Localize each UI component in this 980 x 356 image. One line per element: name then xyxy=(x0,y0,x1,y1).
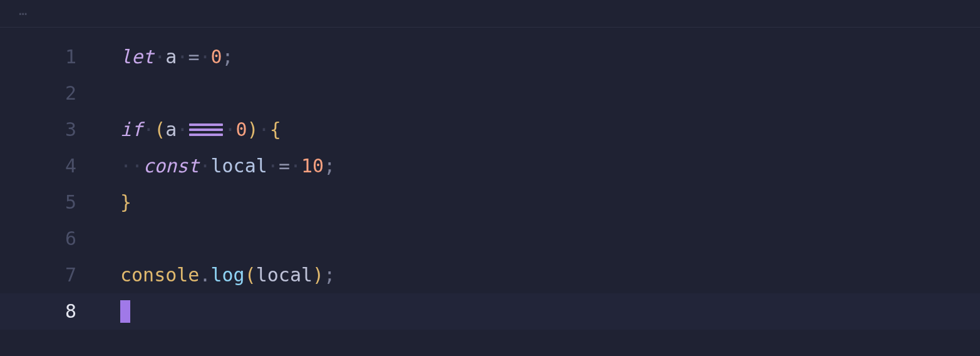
line-number: 7 xyxy=(0,266,94,285)
line-number: 1 xyxy=(0,48,94,66)
whitespace-dot: · xyxy=(224,120,235,139)
code-content[interactable] xyxy=(94,221,980,257)
line-number: 6 xyxy=(0,229,94,248)
object-console: console xyxy=(120,266,199,285)
whitespace-dot: · xyxy=(143,120,154,139)
whitespace-dot: · xyxy=(177,48,188,66)
code-content[interactable]: ··const·local·=·10; xyxy=(94,148,980,184)
code-line[interactable]: 1 let·a·=·0; xyxy=(0,39,980,75)
identifier: a xyxy=(165,120,177,139)
line-number: 4 xyxy=(0,157,94,175)
identifier: a xyxy=(165,48,177,66)
whitespace-dot: · xyxy=(290,157,301,175)
paren-open: ( xyxy=(245,266,256,285)
line-number: 3 xyxy=(0,120,94,139)
paren-close: ) xyxy=(312,266,324,285)
code-line[interactable]: 5 } xyxy=(0,184,980,221)
code-content[interactable]: console.log(local); xyxy=(94,257,980,293)
code-line[interactable]: 6 xyxy=(0,221,980,257)
semicolon: ; xyxy=(222,48,234,66)
operator-assign: = xyxy=(279,157,290,175)
whitespace-dot: · xyxy=(259,120,270,139)
code-content[interactable]: if·(a··0)·{ xyxy=(94,112,980,148)
operator-assign: = xyxy=(188,48,199,66)
code-content[interactable]: } xyxy=(94,184,980,221)
code-line[interactable]: 3 if·(a··0)·{ xyxy=(0,112,980,148)
brace-open: { xyxy=(270,120,281,139)
semicolon: ; xyxy=(324,266,335,285)
method-log: log xyxy=(211,266,245,285)
whitespace-dot: · xyxy=(199,48,210,66)
whitespace-dot: ·· xyxy=(120,157,143,175)
operator-strict-equals-icon xyxy=(189,123,223,136)
code-line[interactable]: 2 xyxy=(0,75,980,112)
dot-operator: . xyxy=(199,266,210,285)
code-line[interactable]: 7 console.log(local); xyxy=(0,257,980,293)
code-content[interactable]: let·a·=·0; xyxy=(94,39,980,75)
line-number: 5 xyxy=(0,193,94,212)
tab-bar: ⋯ xyxy=(0,0,980,28)
brace-close: } xyxy=(120,193,132,212)
paren-open: ( xyxy=(154,120,165,139)
code-line-active[interactable]: 8 xyxy=(0,293,980,330)
whitespace-dot: · xyxy=(177,120,188,139)
identifier: local xyxy=(256,266,312,285)
keyword-let: let xyxy=(120,48,154,66)
whitespace-dot: · xyxy=(267,157,279,175)
code-editor[interactable]: 1 let·a·=·0; 2 3 if·(a··0)·{ 4 ··const·l… xyxy=(0,28,980,330)
number-literal: 10 xyxy=(301,157,324,175)
text-cursor xyxy=(120,300,130,323)
code-line[interactable]: 4 ··const·local·=·10; xyxy=(0,148,980,184)
line-number: 2 xyxy=(0,84,94,103)
paren-close: ) xyxy=(247,120,259,139)
keyword-if: if xyxy=(120,120,143,139)
code-content[interactable] xyxy=(94,75,980,112)
whitespace-dot: · xyxy=(199,157,210,175)
whitespace-dot: · xyxy=(154,48,165,66)
tab-overflow-ellipsis[interactable]: ⋯ xyxy=(19,7,28,21)
identifier: local xyxy=(211,157,267,175)
number-literal: 0 xyxy=(235,120,247,139)
semicolon: ; xyxy=(324,157,335,175)
keyword-const: const xyxy=(143,157,199,175)
code-content[interactable] xyxy=(94,293,980,330)
number-literal: 0 xyxy=(211,48,222,66)
line-number: 8 xyxy=(0,302,94,321)
